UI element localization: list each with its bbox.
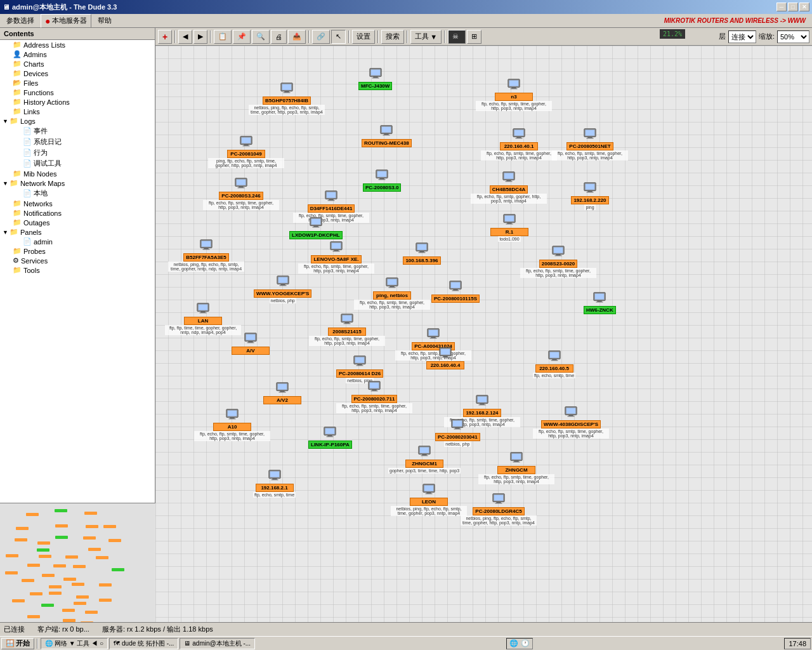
nav-back-button[interactable]: ◀ [178,30,192,44]
sidebar-item-network-maps[interactable]: ▼ 📁 Network Maps [0,178,155,188]
find-button[interactable]: 🔍 [252,30,270,44]
sidebar-item-panels[interactable]: ▼ 📁 Panels [0,227,155,237]
expand-icon[interactable]: ▼ [3,118,8,124]
sidebar-item-local[interactable]: 📄 本地 [0,188,155,199]
network-node-n24[interactable]: 2008S21415ftp, echo, ftp, smtp, time, go… [309,312,385,346]
svg-rect-13 [382,127,391,133]
cursor-button[interactable]: ↖ [331,30,346,44]
nav-forward-button[interactable]: ▶ [193,30,207,44]
network-node-n4[interactable]: ROUTING-MEC438 [362,124,412,147]
sidebar-item-functions[interactable]: 📁 Functions [0,88,155,97]
network-node-n38[interactable]: ZHNGCMftp, echo, ftp, smtp, time, gopher… [478,451,554,484]
taskbar-item-admin[interactable]: 🖥 admin@本地主机 -... [180,638,255,649]
sidebar-item-networks[interactable]: 📁 Networks [0,199,155,208]
network-node-n14[interactable]: LXDOW1P-DKCPHL [289,216,343,239]
sidebar-item-events[interactable]: 📄 事件 [0,126,155,136]
network-node-n40[interactable]: LEONnetbios, ping, ftp, echo, ftp, smtp,… [391,482,467,516]
network-node-n36[interactable]: LINK-IP-P160PA [308,425,352,449]
paste-button[interactable]: 📌 [233,30,251,44]
network-node-n13[interactable]: R.1todo1.090 [490,213,528,242]
print-button[interactable]: 🖨 [271,30,287,44]
copy-button[interactable]: 📋 [214,30,232,44]
sidebar-item-address-lists[interactable]: 📁 Address Lists [0,40,155,50]
sidebar-item-syslog[interactable]: 📄 系统日记 [0,136,155,147]
minimize-button[interactable]: ─ [776,3,787,11]
network-node-n29[interactable]: 220.160.40.5ftp, echo, smtp, time [533,349,575,378]
sidebar-item-links[interactable]: 📁 Links [0,107,155,116]
network-node-n8[interactable]: PC-20080S3.0 [363,168,401,192]
network-node-n3[interactable]: n3ftp, echo, ftp, smtp, time, gopher, ht… [476,77,552,111]
tools-dropdown[interactable]: 工具 ▼ [410,30,442,44]
svg-rect-163 [495,503,502,503]
zoom-select[interactable]: 50% 25% 75% 100% [777,30,809,43]
network-node-n9[interactable]: PC-20080S3.246ftp, echo, ftp, smtp, time… [203,176,279,210]
grid-button[interactable]: ⊞ [467,30,481,44]
network-node-n21[interactable]: PC-20080010115S [431,279,480,303]
network-node-n22[interactable]: HW6-ZNCK [584,291,616,314]
network-node-n33[interactable]: WWW-4038GDISCEP'Sftp, echo, ftp, smtp, t… [533,405,609,439]
taskbar-item-dude[interactable]: 🗺 dude 统 拓扑图 -... [109,638,178,649]
folder-icon: 📁 [10,179,18,187]
add-button[interactable]: + [158,30,172,44]
alert-button[interactable]: ☠ [448,30,466,44]
network-node-n35[interactable]: PC-20080203041netbios, php [435,418,480,447]
network-node-n34[interactable]: A10ftp, echo, ftp, smtp, time, gopher, h… [194,408,270,441]
mini-node [84,512,97,515]
close-button[interactable]: ✕ [799,3,809,11]
node-label: LEON [410,498,448,506]
menu-params[interactable]: 参数选择 [1,15,39,27]
network-node-n26[interactable]: A/V [232,331,270,355]
network-node-n15[interactable]: B52FF7FA5A3E5netbios, ping, ftp, echo, f… [168,238,244,272]
sidebar-item-notifications[interactable]: 📁 Notifications [0,208,155,218]
network-node-n41[interactable]: PC-20080LDGR4C5netbios, ping, ftp, echo,… [461,492,537,526]
sidebar-item-mib-nodes[interactable]: 📁 Mib Nodes [0,169,155,178]
network-node-n28[interactable]: 220.160.40.4 [426,346,464,369]
maximize-button[interactable]: □ [788,3,798,11]
layer-select[interactable]: 连接 [728,30,756,43]
search-button[interactable]: 搜索 [381,30,404,44]
sidebar-item-debug[interactable]: 📄 调试工具 [0,158,155,169]
sidebar-item-probes[interactable]: 📁 Probes [0,246,155,256]
node-computer-icon [369,67,383,82]
settings-button[interactable]: 设置 [352,30,375,44]
network-node-n23[interactable]: LANftp, ftp, time, time, gopher, gopher,… [165,302,241,335]
network-node-n39[interactable]: 192.168.2.1ftp, echo, smtp, time [253,468,296,498]
network-node-n11[interactable]: CH4B58DC4Aftp, echo, ftp, smtp, gopher, … [471,170,547,204]
network-node-n16[interactable]: LENOVO-5A8F XE.ftp, echo, ftp, smtp, tim… [298,240,374,274]
network-node-n37[interactable]: ZHNGCM1gopher, pop3, time, time, http, p… [388,444,461,474]
network-node-n19[interactable]: WWW.YOOGEKCEP'Snetbios, php [254,274,311,303]
sidebar-item-admin[interactable]: 📄 admin [0,237,155,246]
sidebar-item-devices[interactable]: 📁 Devices [0,69,155,78]
network-node-n6[interactable]: 220.160.40.1ftp, echo, ftp, smtp, time, … [481,127,557,161]
taskbar-item-network[interactable]: 🌐 网络 ▼ 工具 ◀ ○ [41,638,108,649]
sidebar-item-tools[interactable]: 📁 Tools [0,265,155,275]
network-node-n17[interactable]: 100.168.5.396 [403,241,441,265]
expand-icon[interactable]: ▼ [3,229,8,235]
sidebar-item-files[interactable]: 📂 Files [0,78,155,88]
windows-icon: 🪟 [6,639,15,647]
start-button[interactable]: 🪟 开始 [1,638,34,649]
network-node-n1[interactable]: MFC-J430W [358,67,392,90]
expand-icon[interactable]: ▼ [3,180,8,187]
sidebar-item-logs[interactable]: ▼ 📁 Logs [0,116,155,126]
sidebar-item-services[interactable]: ⚙ Services [0,256,155,265]
network-node-n5[interactable]: PC-20081049ping, ftp, echo, ftp, smtp, t… [208,135,284,168]
network-node-n18[interactable]: 2008S23-0020ftp, echo, ftp, smtp, time, … [520,244,596,278]
sidebar-item-admins[interactable]: 👤 Admins [0,50,155,59]
network-node-n2[interactable]: B5GHP0757H84IBnetbios, ping, ftp, echo, … [249,81,325,115]
menu-help[interactable]: 帮助 [93,15,117,27]
sidebar-item-actions[interactable]: 📄 行为 [0,147,155,158]
link-button[interactable]: 🔗 [312,30,330,44]
network-node-n12[interactable]: 192.168.2.220ping [571,181,609,210]
sidebar-item-outages[interactable]: 📁 Outages [0,218,155,227]
network-map-canvas[interactable]: MFC-J430WB5GHP0757H84IBnetbios, ping, ft… [155,46,812,636]
sidebar-item-history-actions[interactable]: 📁 History Actions [0,97,155,107]
network-node-n30[interactable]: PC-20080020.711ftp, echo, ftp, smtp, tim… [336,380,412,413]
export-button[interactable]: 📤 [288,30,306,44]
network-node-n20[interactable]: ping, netbiosftp, echo, ftp, smtp, time,… [354,276,430,310]
network-node-n31[interactable]: A/V2 [263,381,301,404]
separator [444,30,445,43]
menu-local-server[interactable]: ● 本地服务器 [41,14,91,28]
network-node-n7[interactable]: PC-20080501NETftp, echo, ftp, smtp, time… [552,127,628,161]
sidebar-item-charts[interactable]: 📁 Charts [0,59,155,69]
